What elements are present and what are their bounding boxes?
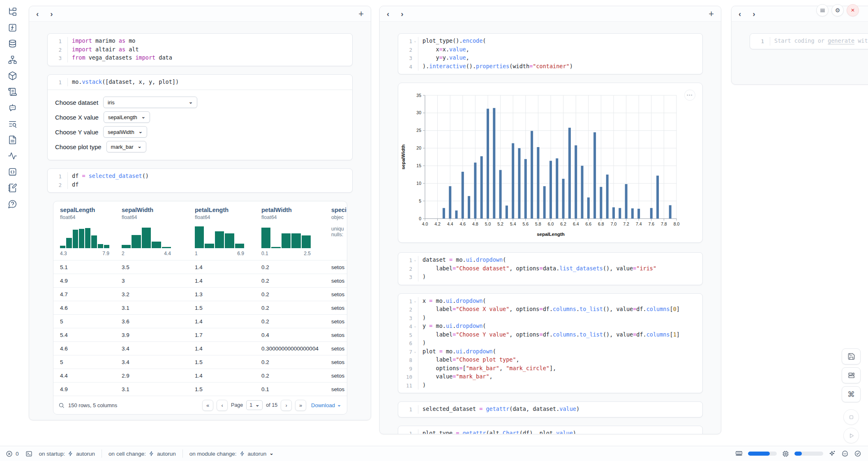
plot-type-select[interactable]: mark_bar⌄ [106, 141, 146, 152]
code-editor[interactable]: 1⌄x = mo.ui.dropdown(2 label="Choose X v… [398, 294, 702, 393]
page-number-select[interactable]: 1⌄ [246, 400, 263, 410]
chevron-down-icon: ⌄ [139, 129, 143, 134]
ai-sparkle-button[interactable] [829, 450, 836, 457]
table-row[interactable]: 5.43.91.70.4setos [53, 328, 347, 341]
functions-icon[interactable] [8, 23, 18, 32]
documentation-icon[interactable] [8, 135, 18, 145]
scroll-left-button[interactable]: ‹ [36, 10, 39, 18]
cell-imports[interactable]: 1import marimo as mo2import altair as al… [47, 33, 353, 66]
column-header-sepalWidth[interactable]: sepalWidthfloat6424.4 [122, 201, 195, 260]
column-histogram [261, 224, 311, 248]
shutdown-button[interactable]: ✕ [847, 4, 859, 16]
column-header-speci[interactable]: speciobjecuniqunulls: [331, 201, 347, 260]
on-cell-change-setting[interactable]: on cell change: autorun [108, 451, 176, 457]
table-row[interactable]: 4.63.41.40.30000000000000004setos [53, 341, 347, 355]
code-editor[interactable]: 1⌄plot_type().encode(2 x=x.value,3 y=y.v… [398, 34, 702, 74]
connection-status-button[interactable] [854, 450, 861, 457]
scroll-right-button[interactable]: › [401, 10, 403, 18]
database-icon[interactable] [8, 39, 18, 48]
copilot-button[interactable] [841, 450, 849, 457]
ai-chat-icon[interactable] [8, 103, 18, 113]
svg-text:5.4: 5.4 [510, 221, 516, 226]
menu-button[interactable] [816, 4, 829, 16]
x-value-select[interactable]: sepalLength⌄ [104, 111, 150, 123]
run-button[interactable] [843, 428, 859, 443]
prev-page-button[interactable]: ‹ [217, 400, 228, 411]
dependencies-icon[interactable] [8, 55, 18, 65]
code-editor[interactable]: 1plot_type = getattr(alt.Chart(df), plot… [398, 426, 702, 435]
error-counter[interactable]: 0 [6, 450, 19, 457]
altair-bar-chart[interactable]: 051015202530354.04.24.44.64.85.05.25.45.… [398, 83, 702, 242]
cell-plot-encode[interactable]: 1⌄plot_type().encode(2 x=x.value,3 y=y.v… [398, 33, 703, 74]
stop-button[interactable] [843, 409, 859, 425]
add-column-button[interactable]: + [358, 9, 364, 18]
on-startup-setting[interactable]: on startup: autorun [39, 451, 95, 457]
cpu-usage-bar[interactable] [794, 452, 823, 456]
table-row[interactable]: 4.93.11.50.1setos [53, 382, 347, 396]
table-row[interactable]: 53.41.50.2setos [53, 355, 347, 369]
last-page-button[interactable]: » [295, 400, 306, 411]
code-editor[interactable]: 1df = selected_dataset()2df [48, 169, 352, 192]
table-row[interactable]: 5.13.51.40.2setos [53, 260, 347, 274]
column-header-sepalLength[interactable]: sepalLengthfloat644.37.9 [60, 201, 122, 260]
snippets-icon[interactable] [8, 167, 18, 177]
cell-selected-dataset[interactable]: 1selected_dataset = getattr(data, datase… [398, 401, 703, 417]
scroll-left-button[interactable]: ‹ [387, 10, 389, 18]
terminal-button[interactable] [25, 450, 32, 457]
dataset-select[interactable]: iris⌄ [103, 97, 197, 108]
table-row[interactable]: 4.63.11.50.2setos [53, 301, 347, 314]
tracing-icon[interactable] [8, 151, 18, 161]
cell-xy-plot-dropdowns[interactable]: 1⌄x = mo.ui.dropdown(2 label="Choose X v… [398, 293, 703, 394]
code-editor[interactable]: 1mo.vstack([dataset, x, y, plot]) [48, 75, 352, 90]
code-editor[interactable]: 1selected_dataset = getattr(data, datase… [398, 402, 702, 417]
code-editor[interactable]: 1⌄dataset = mo.ui.dropdown(2 label="Choo… [398, 253, 702, 285]
code-editor[interactable]: 1Start coding or generate with [750, 34, 868, 49]
search-toc-icon[interactable] [8, 119, 18, 129]
help-icon[interactable] [8, 199, 18, 209]
vstack-output: Choose dataset iris⌄ Choose X value sepa… [48, 90, 352, 160]
scroll-right-button[interactable]: › [753, 10, 755, 18]
scroll-right-button[interactable]: › [50, 10, 53, 18]
svg-text:6.4: 6.4 [573, 221, 579, 226]
middle-notebook-column: ‹ › + 1⌄plot_type().encode(2 x=x.value,3… [379, 6, 721, 434]
table-row[interactable]: 4.73.21.30.2setos [53, 287, 347, 301]
cell-dataset-dropdown[interactable]: 1⌄dataset = mo.ui.dropdown(2 label="Choo… [398, 252, 703, 285]
first-page-button[interactable]: « [202, 400, 213, 411]
download-button[interactable]: Download⌄ [311, 402, 341, 408]
scratchpad-icon[interactable] [8, 183, 18, 193]
file-tree-icon[interactable] [8, 7, 18, 16]
svg-text:7.0: 7.0 [611, 221, 617, 226]
table-row[interactable]: 4.42.91.40.2setos [53, 369, 347, 382]
chart-output: 051015202530354.04.24.44.64.85.05.25.45.… [398, 83, 703, 243]
add-column-button[interactable]: + [709, 9, 714, 18]
cell-new-empty[interactable]: 1Start coding or generate with [750, 33, 868, 49]
svg-text:5.2: 5.2 [497, 221, 503, 226]
next-page-button[interactable]: › [281, 400, 292, 411]
table-row[interactable]: 53.61.40.2setos [53, 314, 347, 328]
ram-icon [735, 450, 743, 457]
search-icon[interactable] [58, 402, 65, 408]
column-header-petalLength[interactable]: petalLengthfloat6416.9 [195, 201, 261, 260]
packages-icon[interactable] [8, 71, 18, 81]
column-header-petalWidth[interactable]: petalWidthfloat640.12.5 [261, 201, 331, 260]
cell-df[interactable]: 1df = selected_dataset()2df [47, 168, 353, 193]
column-histogram [195, 224, 244, 248]
svg-text:5.8: 5.8 [535, 221, 541, 226]
ram-usage-bar[interactable] [748, 452, 777, 456]
cell-vstack[interactable]: 1mo.vstack([dataset, x, y, plot]) Choose… [47, 74, 353, 161]
settings-button[interactable]: ⚙ [831, 4, 844, 16]
svg-text:6.6: 6.6 [585, 221, 591, 226]
y-value-select[interactable]: sepalWidth⌄ [103, 126, 147, 138]
logs-icon[interactable] [8, 87, 18, 97]
keyboard-shortcuts-button[interactable]: ⌘ [842, 386, 861, 402]
table-row[interactable]: 4.931.40.2setos [53, 274, 347, 287]
svg-text:5.6: 5.6 [522, 221, 529, 226]
chart-menu-button[interactable]: ••• [684, 90, 695, 101]
save-button[interactable] [842, 348, 861, 364]
on-module-change-setting[interactable]: on module change: autorun ⌄ [189, 451, 274, 457]
scroll-left-button[interactable]: ‹ [739, 10, 741, 18]
code-editor[interactable]: 1import marimo as mo2import altair as al… [48, 34, 352, 66]
cell-plot-type[interactable]: 1plot_type = getattr(alt.Chart(df), plot… [398, 426, 703, 435]
stop-icon [848, 414, 855, 421]
layout-button[interactable] [842, 367, 861, 383]
